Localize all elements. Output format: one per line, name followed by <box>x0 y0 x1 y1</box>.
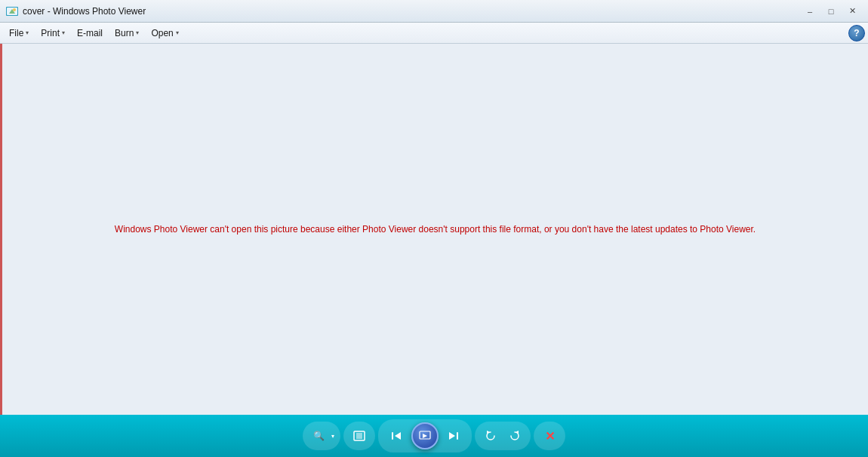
zoom-button[interactable]: 🔍 <box>307 425 330 447</box>
error-message: Windows Photo Viewer can't open this pic… <box>115 222 756 236</box>
close-button[interactable]: ✕ <box>842 4 862 19</box>
svg-marker-9 <box>423 434 427 438</box>
menu-email[interactable]: E-mail <box>71 25 109 41</box>
help-button[interactable]: ? <box>848 25 865 41</box>
rotate-left-button[interactable] <box>479 425 502 447</box>
app-icon <box>6 5 18 17</box>
window-title: cover - Windows Photo Viewer <box>23 6 800 17</box>
svg-marker-7 <box>395 432 401 440</box>
rotate-right-button[interactable] <box>503 425 526 447</box>
delete-group: ✕ <box>534 422 565 450</box>
window-controls: – □ ✕ <box>800 4 862 19</box>
menu-print[interactable]: Print ▾ <box>35 25 71 41</box>
svg-point-3 <box>13 8 16 11</box>
maximize-button[interactable]: □ <box>821 4 841 19</box>
open-arrow-icon: ▾ <box>176 29 179 36</box>
minimize-button[interactable]: – <box>800 4 820 19</box>
nav-group <box>378 419 472 452</box>
next-button[interactable] <box>440 422 467 449</box>
svg-rect-6 <box>392 432 393 440</box>
title-bar: cover - Windows Photo Viewer – □ ✕ <box>0 0 868 23</box>
menu-bar: File ▾ Print ▾ E-mail Burn ▾ Open ▾ ? <box>0 23 868 44</box>
slideshow-button[interactable] <box>411 422 439 449</box>
menu-open[interactable]: Open ▾ <box>145 25 184 41</box>
fit-group <box>343 422 375 450</box>
file-arrow-icon: ▾ <box>26 29 29 36</box>
svg-marker-11 <box>449 432 455 440</box>
bottom-toolbar: 🔍 ▾ <box>0 415 868 457</box>
main-content-area: Windows Photo Viewer can't open this pic… <box>0 44 868 415</box>
delete-button[interactable]: ✕ <box>538 425 561 447</box>
svg-rect-5 <box>356 433 362 439</box>
menu-file[interactable]: File ▾ <box>3 25 35 41</box>
zoom-arrow-icon[interactable]: ▾ <box>330 433 336 440</box>
print-arrow-icon: ▾ <box>62 29 65 36</box>
svg-rect-10 <box>457 432 458 440</box>
zoom-group: 🔍 ▾ <box>303 422 340 450</box>
previous-button[interactable] <box>383 422 410 449</box>
menu-burn[interactable]: Burn ▾ <box>109 25 145 41</box>
burn-arrow-icon: ▾ <box>136 29 139 36</box>
rotate-group <box>475 422 531 450</box>
fit-button[interactable] <box>348 425 371 447</box>
